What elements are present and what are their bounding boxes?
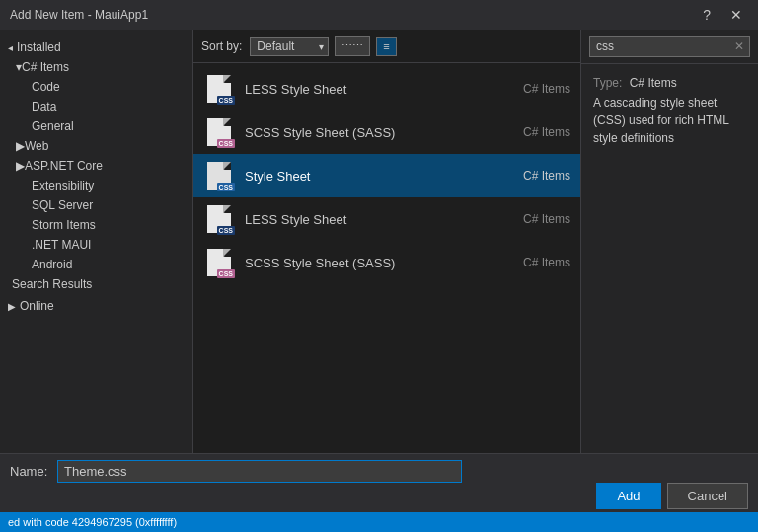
- scss-icon-2: CSS: [203, 247, 235, 278]
- sidebar-item-netmaui[interactable]: .NET MAUI: [8, 235, 192, 255]
- sidebar-item-stormitems[interactable]: Storm Items: [8, 215, 192, 235]
- type-description: A cascading style sheet (CSS) used for r…: [593, 94, 746, 147]
- sidebar-item-searchresults[interactable]: Search Results: [0, 274, 192, 294]
- sidebar-item-extensibility[interactable]: Extensibility: [8, 176, 192, 195]
- sidebar-item-installed[interactable]: ◂ Installed: [0, 38, 192, 57]
- installed-label: Installed: [17, 40, 61, 54]
- item-name-scss-1: SCSS Style Sheet (SASS): [245, 125, 513, 140]
- sidebar-item-android[interactable]: Android: [8, 255, 192, 274]
- center-toolbar: Sort by: Default ⋯⋯ ≡: [193, 30, 580, 63]
- sort-select-wrapper: Default: [250, 37, 329, 56]
- sidebar-item-sqlserver[interactable]: SQL Server: [8, 195, 192, 215]
- item-category-stylesheet: C# Items: [523, 169, 570, 183]
- status-bar: ed with code 4294967295 (0xffffffff): [0, 512, 758, 532]
- web-arrow: ▶: [16, 139, 25, 153]
- type-label: Type: C# Items: [593, 76, 746, 90]
- less-icon-1: CSS: [203, 73, 235, 105]
- aspnet-arrow: ▶: [16, 159, 25, 173]
- web-label: Web: [25, 139, 48, 153]
- item-name-stylesheet: Style Sheet: [245, 169, 513, 184]
- add-button[interactable]: Add: [596, 483, 660, 509]
- aspnet-label: ASP.NET Core: [25, 159, 103, 173]
- item-category-less-1: C# Items: [523, 82, 570, 96]
- installed-arrow: ◂: [8, 42, 13, 53]
- list-view-button[interactable]: ≡: [376, 37, 396, 56]
- center-panel: Sort by: Default ⋯⋯ ≡ CSS LESS Style She…: [193, 30, 580, 453]
- name-label: Name:: [10, 464, 49, 479]
- bottom-bar: Name: Add Cancel: [0, 453, 758, 512]
- item-row-less-1[interactable]: CSS LESS Style Sheet C# Items: [193, 67, 580, 111]
- item-name-scss-2: SCSS Style Sheet (SASS): [245, 256, 513, 270]
- name-input[interactable]: [57, 460, 462, 483]
- dialog-title: Add New Item - MauiApp1: [10, 8, 148, 22]
- help-button[interactable]: ?: [697, 5, 717, 25]
- sidebar-item-data[interactable]: Data: [8, 97, 192, 116]
- sidebar-item-web[interactable]: ▶ Web: [8, 136, 192, 156]
- action-row: Add Cancel: [10, 483, 748, 509]
- sidebar-item-online[interactable]: ▶ Online: [0, 296, 192, 316]
- title-bar: Add New Item - MauiApp1 ? ✕: [0, 0, 758, 30]
- cancel-button[interactable]: Cancel: [667, 483, 748, 509]
- css-icon: CSS: [203, 160, 235, 191]
- close-button[interactable]: ✕: [724, 5, 748, 25]
- csharp-items-label: C# Items: [22, 60, 69, 74]
- title-bar-controls: ? ✕: [697, 5, 748, 25]
- item-category-less-2: C# Items: [523, 212, 570, 226]
- items-list: CSS LESS Style Sheet C# Items CSS SCSS S…: [193, 63, 580, 453]
- online-section: ▶ Online: [0, 296, 192, 316]
- scss-icon-1: CSS: [203, 116, 235, 148]
- sidebar: ◂ Installed ▾ C# Items Code Data General: [0, 30, 193, 453]
- grid-view-button[interactable]: ⋯⋯: [335, 36, 370, 56]
- sidebar-item-general[interactable]: General: [8, 116, 192, 136]
- dialog-content: ◂ Installed ▾ C# Items Code Data General: [0, 30, 758, 453]
- online-arrow: ▶: [8, 301, 16, 312]
- online-label: Online: [20, 299, 54, 313]
- item-row-scss-2[interactable]: CSS SCSS Style Sheet (SASS) C# Items: [193, 241, 580, 284]
- item-category-scss-2: C# Items: [523, 256, 570, 269]
- csharp-items-section: ▾ C# Items Code Data General ▶ Web ▶: [8, 57, 192, 274]
- status-text: ed with code 4294967295 (0xffffffff): [8, 516, 177, 528]
- item-name-less-1: LESS Style Sheet: [245, 82, 513, 97]
- sort-select[interactable]: Default: [250, 37, 329, 56]
- sidebar-item-csharp-items[interactable]: ▾ C# Items: [8, 57, 192, 77]
- sidebar-item-code[interactable]: Code: [8, 77, 192, 97]
- name-row: Name:: [10, 460, 748, 483]
- sidebar-item-aspnet[interactable]: ▶ ASP.NET Core: [8, 156, 192, 176]
- search-row: ✕: [581, 30, 758, 64]
- sort-label: Sort by:: [201, 39, 242, 53]
- search-input-wrapper: ✕: [589, 36, 750, 57]
- less-icon-2: CSS: [203, 203, 235, 235]
- item-row-stylesheet[interactable]: CSS Style Sheet C# Items: [193, 154, 580, 197]
- right-panel: ✕ Type: C# Items A cascading style sheet…: [580, 30, 758, 453]
- search-input[interactable]: [590, 37, 729, 56]
- search-clear-button[interactable]: ✕: [729, 38, 749, 55]
- item-name-less-2: LESS Style Sheet: [245, 212, 513, 227]
- item-row-less-2[interactable]: CSS LESS Style Sheet C# Items: [193, 197, 580, 241]
- item-category-scss-1: C# Items: [523, 125, 570, 139]
- installed-section: ◂ Installed ▾ C# Items Code Data General: [0, 38, 192, 294]
- item-row-scss-1[interactable]: CSS SCSS Style Sheet (SASS) C# Items: [193, 111, 580, 154]
